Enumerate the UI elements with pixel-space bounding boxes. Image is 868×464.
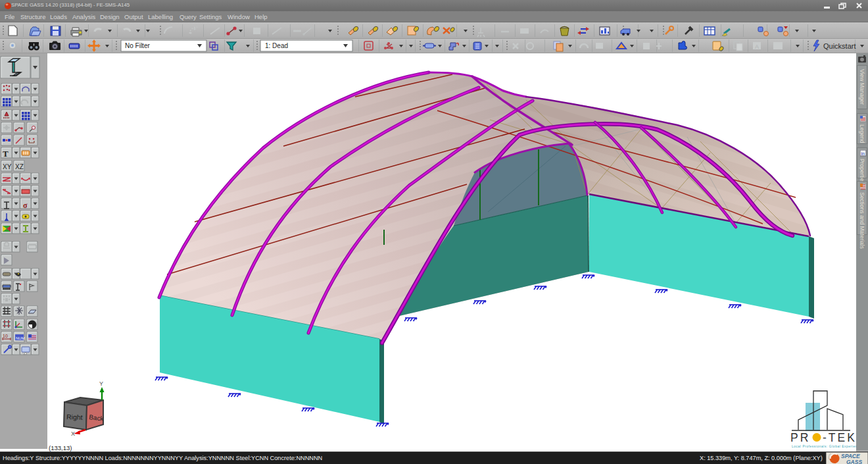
svg-text:X: X [71,430,75,437]
svg-text:No Filter: No Filter [125,42,150,49]
svg-text:XY: XY [3,163,12,170]
svg-text:10: 10 [3,334,8,338]
svg-text:PR: PR [790,431,810,444]
svg-text:XZ: XZ [15,163,24,170]
svg-text:Local Professionals: Global E: Local Professionals: Global Experience [792,445,856,448]
svg-text:Quickstart: Quickstart [823,42,856,50]
svg-text:GASS: GASS [846,459,862,464]
svg-text:1: Dead: 1: Dead [265,42,288,49]
svg-text:σ: σ [23,201,28,210]
svg-text:T: T [3,149,9,159]
svg-text:A: A [755,43,759,50]
svg-text:Right: Right [66,413,83,421]
svg-text:Y: Y [99,380,103,387]
svg-text:NUM: NUM [16,336,25,340]
svg-text:-TEK: -TEK [823,431,856,444]
svg-text:in: in [861,151,865,156]
